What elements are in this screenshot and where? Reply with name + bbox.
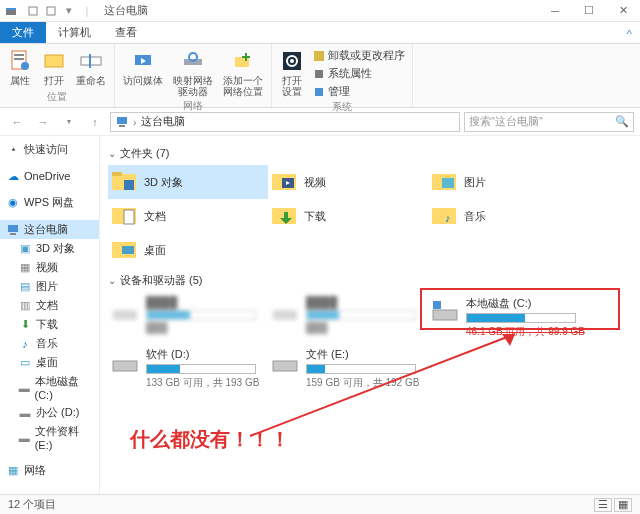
folders-header[interactable]: 文件夹 (7) <box>108 146 632 161</box>
qat-dropdown-icon[interactable]: ▾ <box>62 4 76 18</box>
folder-desktop[interactable]: 桌面 <box>108 233 268 267</box>
sidebar-desktop[interactable]: ▭桌面 <box>0 353 99 372</box>
close-button[interactable]: ✕ <box>606 0 640 22</box>
sidebar-downloads[interactable]: ⬇下载 <box>0 315 99 334</box>
desktop-icon: ▭ <box>18 356 32 370</box>
access-media-button[interactable]: 访问媒体 <box>121 47 165 99</box>
system-props-button[interactable]: 系统属性 <box>312 65 406 82</box>
qat-btn[interactable] <box>26 4 40 18</box>
svg-rect-44 <box>113 310 137 320</box>
back-button[interactable]: ← <box>6 111 28 133</box>
svg-rect-1 <box>6 8 16 10</box>
quick-access-toolbar: ▾ | <box>22 4 98 18</box>
sidebar-disk-e[interactable]: ▬文件资料 (E:) <box>0 422 99 453</box>
address-input[interactable]: › 这台电脑 <box>110 112 460 132</box>
svg-rect-29 <box>112 172 122 176</box>
drive-icon: ▬ <box>18 406 32 420</box>
view-icons-button[interactable]: ▦ <box>614 498 632 512</box>
svg-rect-48 <box>113 361 137 371</box>
svg-rect-22 <box>315 70 323 78</box>
sidebar: ⋆快速访问 ☁OneDrive ◉WPS 网盘 这台电脑 ▣3D 对象 ▦视频 … <box>0 136 100 496</box>
tab-view[interactable]: 查看 <box>103 22 149 43</box>
search-input[interactable]: 搜索"这台电脑" 🔍 <box>464 112 634 132</box>
forward-button[interactable]: → <box>32 111 54 133</box>
network-icon: ▦ <box>6 464 20 478</box>
folder-music[interactable]: ♪音乐 <box>428 199 588 233</box>
properties-icon <box>8 49 32 73</box>
sidebar-onedrive[interactable]: ☁OneDrive <box>0 167 99 185</box>
drive-icon: ▬ <box>18 431 31 445</box>
svg-rect-23 <box>315 88 323 96</box>
svg-rect-47 <box>433 301 441 309</box>
sidebar-videos[interactable]: ▦视频 <box>0 258 99 277</box>
up-button[interactable]: ↑ <box>84 111 106 133</box>
drive-blurred-2[interactable]: ███████ <box>268 292 428 343</box>
svg-rect-21 <box>314 51 324 61</box>
svg-rect-3 <box>47 7 55 15</box>
folder-icon <box>270 202 298 230</box>
drive-icon: ▬ <box>18 381 31 395</box>
drive-icon <box>430 296 460 326</box>
star-icon: ⋆ <box>6 143 20 157</box>
sidebar-disk-c[interactable]: ▬本地磁盘 (C:) <box>0 372 99 403</box>
folder-3d-objects[interactable]: 3D 对象 <box>108 165 268 199</box>
sidebar-music[interactable]: ♪音乐 <box>0 334 99 353</box>
ribbon-tabs: 文件 计算机 查看 ^ <box>0 22 640 44</box>
window-title: 这台电脑 <box>104 3 148 18</box>
sidebar-network[interactable]: ▦网络 <box>0 461 99 480</box>
sidebar-documents[interactable]: ▥文档 <box>0 296 99 315</box>
maximize-button[interactable]: ☐ <box>572 0 606 22</box>
folder-documents[interactable]: 文档 <box>108 199 268 233</box>
drive-icon <box>270 347 300 377</box>
sidebar-3d-objects[interactable]: ▣3D 对象 <box>0 239 99 258</box>
svg-rect-6 <box>14 58 24 60</box>
minimize-button[interactable]: ─ <box>538 0 572 22</box>
cube-icon: ▣ <box>18 242 32 256</box>
divider-icon: | <box>80 4 94 18</box>
folder-icon <box>270 168 298 196</box>
svg-rect-27 <box>10 233 16 235</box>
pc-icon <box>6 223 20 237</box>
uninstall-button[interactable]: 卸载或更改程序 <box>312 47 406 64</box>
sidebar-this-pc[interactable]: 这台电脑 <box>0 220 99 239</box>
drive-blurred-1[interactable]: ███████ <box>108 292 268 343</box>
folder-downloads[interactable]: 下载 <box>268 199 428 233</box>
tab-file[interactable]: 文件 <box>0 22 46 43</box>
download-icon: ⬇ <box>18 318 32 332</box>
drive-d[interactable]: 软件 (D:)133 GB 可用，共 193 GB <box>108 343 268 394</box>
qat-btn[interactable] <box>44 4 58 18</box>
ribbon-group-network: 访问媒体 映射网络 驱动器 添加一个 网络位置 网络 <box>115 44 272 107</box>
sidebar-pictures[interactable]: ▤图片 <box>0 277 99 296</box>
recent-dropdown-icon[interactable]: ▾ <box>58 111 80 133</box>
folder-pictures[interactable]: 图片 <box>428 165 588 199</box>
drive-c[interactable]: 本地磁盘 (C:)46.1 GB 可用，共 99.9 GB <box>428 292 588 343</box>
ribbon-collapse-icon[interactable]: ^ <box>619 25 640 43</box>
ribbon-group-system: 打开 设置 卸载或更改程序 系统属性 管理 系统 <box>272 44 413 107</box>
rename-button[interactable]: 重命名 <box>74 47 108 88</box>
pc-icon <box>115 115 129 129</box>
manage-button[interactable]: 管理 <box>312 83 406 100</box>
open-settings-button[interactable]: 打开 设置 <box>278 47 306 100</box>
view-details-button[interactable]: ☰ <box>594 498 612 512</box>
rename-icon <box>79 49 103 73</box>
svg-point-7 <box>21 62 29 70</box>
drives-header[interactable]: 设备和驱动器 (5) <box>108 273 632 288</box>
svg-rect-49 <box>273 361 297 371</box>
open-button[interactable]: 打开 <box>40 47 68 88</box>
sidebar-wps[interactable]: ◉WPS 网盘 <box>0 193 99 212</box>
drive-e[interactable]: 文件 (E:)159 GB 可用，共 192 GB <box>268 343 428 394</box>
svg-rect-46 <box>433 310 457 320</box>
drive-icon <box>110 347 140 377</box>
folder-videos[interactable]: 视频 <box>268 165 428 199</box>
folder-icon <box>110 236 138 264</box>
properties-button[interactable]: 属性 <box>6 47 34 88</box>
content-pane: 文件夹 (7) 3D 对象 视频 图片 文档 下载 ♪音乐 桌面 设备和驱动器 … <box>100 136 640 496</box>
sidebar-quick-access[interactable]: ⋆快速访问 <box>0 140 99 159</box>
ribbon-group-location: 属性 打开 重命名 位置 <box>0 44 115 107</box>
tab-computer[interactable]: 计算机 <box>46 22 103 43</box>
wps-icon: ◉ <box>6 196 20 210</box>
sidebar-disk-d[interactable]: ▬办公 (D:) <box>0 403 99 422</box>
svg-rect-45 <box>273 310 297 320</box>
map-drive-button[interactable]: 映射网络 驱动器 <box>171 47 215 99</box>
add-network-button[interactable]: 添加一个 网络位置 <box>221 47 265 99</box>
